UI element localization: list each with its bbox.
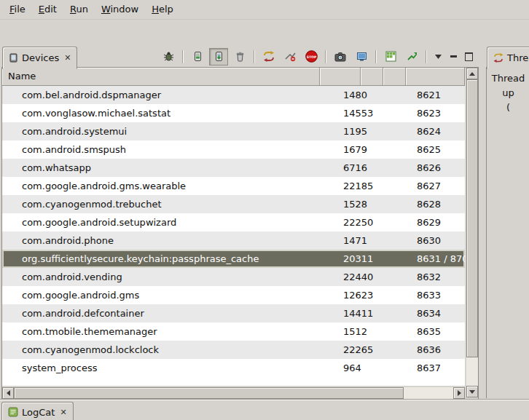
update-threads-icon <box>263 51 275 62</box>
device-table-row[interactable]: com.android.smspush 1679 8625 <box>2 140 465 159</box>
device-table-row[interactable]: com.cyanogenmod.lockclock 22265 8636 <box>2 341 465 359</box>
device-row-pid: 1512 <box>333 322 377 341</box>
column-header-name: Name <box>2 68 320 86</box>
device-row-name: com.cyanogenmod.trebuchet <box>2 195 333 213</box>
device-row-gap2 <box>393 341 410 359</box>
toolbar-separator <box>426 50 427 63</box>
device-row-gap1 <box>377 286 393 304</box>
dump-hprof-button[interactable] <box>209 48 228 66</box>
device-row-port: 8621 <box>410 86 465 104</box>
device-row-gap2 <box>393 140 410 159</box>
close-icon[interactable]: ✕ <box>63 54 71 62</box>
device-row-gap2 <box>393 122 410 140</box>
vertical-scrollbar[interactable] <box>466 68 478 397</box>
device-table-row[interactable]: system_process 964 8637 <box>2 359 465 377</box>
device-row-gap1 <box>377 341 393 359</box>
tab-logcat[interactable]: LogCat ✕ <box>1 402 74 420</box>
menu-run[interactable]: Run <box>63 1 95 17</box>
update-threads-button[interactable] <box>259 48 278 66</box>
view-menu-button[interactable] <box>431 50 444 63</box>
screen-capture-button[interactable] <box>331 48 350 66</box>
start-trace-button[interactable] <box>402 48 421 66</box>
device-row-name: com.google.android.setupwizard <box>2 213 333 231</box>
device-row-pid: 6716 <box>333 159 377 177</box>
hierarchy-view-button[interactable] <box>352 48 371 66</box>
device-table-row[interactable]: com.android.systemui 1195 8624 <box>2 122 465 140</box>
pixel-perfect-button[interactable] <box>381 48 400 66</box>
device-row-name: com.vonglasow.michael.satstat <box>2 104 333 122</box>
device-icon <box>9 53 18 63</box>
device-row-name: system_process <box>2 359 333 377</box>
update-heap-button[interactable] <box>188 48 207 66</box>
column-header-gap2 <box>383 68 406 86</box>
device-row-gap2 <box>393 286 410 304</box>
device-row-gap1 <box>377 250 393 268</box>
scroll-up-button[interactable] <box>466 68 478 79</box>
horizontal-scrollbar-thumb[interactable] <box>14 387 404 399</box>
device-row-port: 8636 <box>410 341 465 359</box>
arrow-down-icon <box>469 390 475 394</box>
threads-tab-label: Threa <box>507 52 529 63</box>
logcat-icon <box>8 407 18 417</box>
device-row-pid: 12623 <box>333 286 377 304</box>
menu-edit[interactable]: Edit <box>32 1 63 17</box>
device-table-row[interactable]: com.android.vending 22440 8632 <box>2 268 465 286</box>
device-row-gap1 <box>377 104 393 122</box>
device-table-row[interactable]: com.google.android.gms 12623 8633 <box>2 286 465 304</box>
device-table-row[interactable]: com.cyanogenmod.trebuchet 1528 8628 <box>2 195 465 213</box>
horizontal-scrollbar[interactable] <box>2 387 465 399</box>
close-icon[interactable]: ✕ <box>58 408 66 416</box>
device-table-row[interactable]: org.sufficientlysecure.keychain:passphra… <box>2 250 465 268</box>
debug-process-button[interactable] <box>159 48 178 66</box>
method-profiling-icon <box>284 51 296 62</box>
method-profiling-button[interactable] <box>281 48 299 66</box>
device-row-port: 8630 <box>410 231 465 250</box>
device-row-gap2 <box>393 250 410 268</box>
device-row-port: 8628 <box>410 195 465 213</box>
device-row-pid: 1528 <box>333 195 377 213</box>
logcat-bar: LogCat ✕ <box>0 399 529 420</box>
device-row-gap2 <box>393 304 410 322</box>
device-table-row[interactable]: com.whatsapp 6716 8626 <box>2 159 465 177</box>
scroll-left-button[interactable] <box>2 387 14 399</box>
menu-file[interactable]: File <box>3 1 32 17</box>
menu-help[interactable]: Help <box>145 1 180 17</box>
device-table-row[interactable]: com.android.defcontainer 14411 8634 <box>2 304 465 322</box>
device-row-pid: 22265 <box>333 341 377 359</box>
devices-tab-label: Devices <box>22 52 59 63</box>
chevron-down-icon <box>435 55 442 59</box>
device-row-port: 8633 <box>410 286 465 304</box>
threads-body: Thread up ( <box>486 67 529 398</box>
threads-view: Threa Thread up ( <box>486 46 529 398</box>
tab-devices[interactable]: Devices ✕ <box>2 47 77 69</box>
device-table-row[interactable]: com.google.android.setupwizard 22250 862… <box>2 213 465 231</box>
device-table-row[interactable]: com.vonglasow.michael.satstat 14553 8623 <box>2 104 465 122</box>
maximize-button[interactable] <box>462 50 475 63</box>
device-table-row[interactable]: com.tmobile.thememanager 1512 8635 <box>2 322 465 341</box>
device-row-port: 8637 <box>410 359 465 377</box>
device-row-pid: 22250 <box>333 213 377 231</box>
tab-threads[interactable]: Threa <box>487 47 529 69</box>
device-row-pid: 22440 <box>333 268 377 286</box>
stop-process-button[interactable]: STOP <box>302 48 321 66</box>
cause-gc-button[interactable] <box>230 48 249 66</box>
device-table-row[interactable]: com.bel.android.dspmanager 1480 8621 <box>2 86 465 104</box>
toolbar-separator <box>375 50 377 63</box>
device-table-row[interactable]: com.android.phone 1471 8630 <box>2 231 465 250</box>
device-row-pid: 1471 <box>333 231 377 250</box>
threads-message-line2: ( <box>487 100 529 115</box>
device-row-port: 8627 <box>410 177 465 195</box>
device-row-gap2 <box>393 159 410 177</box>
devices-view: Devices ✕ <box>1 46 477 398</box>
device-row-name: com.whatsapp <box>2 159 333 177</box>
device-table-row[interactable]: com.google.android.gms.wearable 22185 86… <box>2 177 465 195</box>
scroll-down-button[interactable] <box>466 386 478 397</box>
debug-icon <box>163 51 174 62</box>
vertical-scrollbar-thumb[interactable] <box>466 79 478 357</box>
device-row-gap2 <box>393 195 410 213</box>
scroll-right-button[interactable] <box>453 387 465 399</box>
toolbar-separator <box>325 50 326 63</box>
menubar: File Edit Run Window Help <box>0 0 529 20</box>
menu-window[interactable]: Window <box>95 1 145 17</box>
minimize-button[interactable] <box>447 50 460 63</box>
